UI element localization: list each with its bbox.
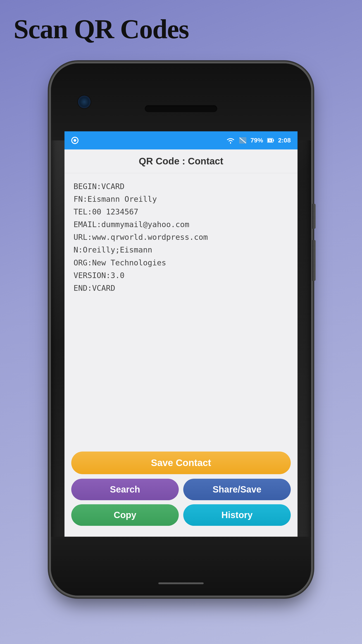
phone-shell: 79% 2:08 QR Code : Contact BEGIN:VCA (51, 64, 311, 596)
home-indicator (158, 582, 204, 584)
share-save-button[interactable]: Share/Save (183, 479, 291, 500)
vcard-line-6: N:Oreilly;Eismann (73, 244, 289, 256)
status-right: 79% 2:08 (226, 137, 291, 144)
bottom-buttons: Save Contact Search Share/Save Copy Hist… (64, 447, 298, 537)
save-contact-button[interactable]: Save Contact (71, 452, 291, 474)
side-btn-volume-down (312, 240, 316, 281)
status-left (71, 137, 78, 144)
vcard-line-5: URL:www.qrworld.wordpress.com (73, 231, 289, 244)
page-title: Scan QR Codes (13, 14, 189, 45)
status-time: 2:08 (278, 137, 291, 144)
phone-bottom-bezel (51, 537, 311, 596)
history-button[interactable]: History (183, 504, 291, 526)
copy-button[interactable]: Copy (71, 504, 179, 526)
vcard-line-9: END:VCARD (73, 282, 289, 294)
svg-rect-3 (273, 140, 274, 141)
app-header-title: QR Code : Contact (139, 156, 223, 166)
wifi-icon (226, 137, 235, 144)
app-header: QR Code : Contact (64, 150, 298, 173)
phone-speaker (145, 105, 217, 112)
vcard-line-8: VERSION:3.0 (73, 269, 289, 282)
vcard-line-2: FN:Eismann Oreilly (73, 193, 289, 206)
signal-icon (71, 137, 78, 144)
button-row-2: Copy History (71, 504, 291, 526)
vcard-content: BEGIN:VCARD FN:Eismann Oreilly TEL:00 12… (64, 173, 298, 301)
phone-device: 79% 2:08 QR Code : Contact BEGIN:VCA (51, 64, 311, 596)
vcard-line-1: BEGIN:VCARD (73, 180, 289, 193)
vcard-line-3: TEL:00 1234567 (73, 206, 289, 218)
status-bar: 79% 2:08 (64, 131, 298, 150)
phone-screen: 79% 2:08 QR Code : Contact BEGIN:VCA (64, 131, 298, 537)
side-buttons (312, 204, 316, 281)
battery-icon (267, 138, 274, 143)
button-row-1: Search Share/Save (71, 479, 291, 500)
battery-percent: 79% (251, 137, 263, 144)
signal-off-icon (239, 137, 246, 144)
vcard-line-4: EMAIL:dummymail@yahoo.com (73, 218, 289, 231)
vcard-line-7: ORG:New Technologies (73, 256, 289, 269)
front-camera (78, 96, 90, 108)
side-btn-volume-up (312, 204, 316, 229)
search-button[interactable]: Search (71, 479, 179, 500)
phone-top-bezel (51, 64, 311, 140)
